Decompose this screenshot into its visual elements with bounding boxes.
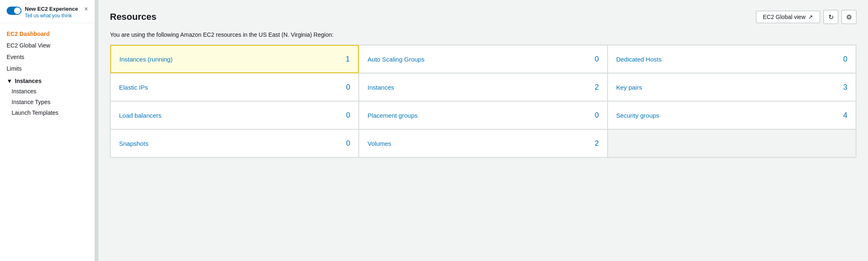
sidebar-item-events[interactable]: Events <box>0 51 95 63</box>
new-experience-toggle[interactable] <box>7 7 21 15</box>
refresh-button[interactable]: ↻ <box>823 10 838 24</box>
resource-cell-elastic-ips[interactable]: Elastic IPs0 <box>110 73 359 101</box>
resource-name-instances-running: Instances (running) <box>119 56 172 63</box>
refresh-icon: ↻ <box>828 13 834 21</box>
resources-grid: Instances (running)1Auto Scaling Groups0… <box>110 45 856 158</box>
resource-cell-empty-r3c2 <box>608 129 856 157</box>
resource-count-elastic-ips: 0 <box>346 83 350 92</box>
external-link-icon: ↗ <box>808 14 813 20</box>
new-experience-title: New EC2 Experience <box>25 6 81 12</box>
resource-name-security-groups: Security groups <box>616 112 659 119</box>
resource-cell-dedicated-hosts[interactable]: Dedicated Hosts0 <box>608 45 856 73</box>
new-experience-link[interactable]: Tell us what you think <box>25 13 72 19</box>
resource-count-instances: 2 <box>595 83 599 92</box>
resource-name-auto-scaling-groups: Auto Scaling Groups <box>367 56 424 63</box>
resource-cell-instances[interactable]: Instances2 <box>359 73 607 101</box>
resource-cell-auto-scaling-groups[interactable]: Auto Scaling Groups0 <box>359 45 607 73</box>
resource-cell-load-balancers[interactable]: Load balancers0 <box>110 101 359 129</box>
resource-cell-snapshots[interactable]: Snapshots0 <box>110 129 359 157</box>
resource-count-volumes: 2 <box>595 139 599 148</box>
resource-cell-instances-running[interactable]: Instances (running)1 <box>110 45 359 73</box>
sidebar-item-ec2-global-view[interactable]: EC2 Global View <box>0 40 95 51</box>
sidebar-section-instances-label: Instances <box>15 78 42 84</box>
resource-cell-volumes[interactable]: Volumes2 <box>359 129 607 157</box>
chevron-down-icon: ▼ <box>7 78 12 84</box>
settings-button[interactable]: ⚙ <box>842 10 856 24</box>
resource-count-placement-groups: 0 <box>595 111 599 120</box>
resources-subtitle: You are using the following Amazon EC2 r… <box>110 31 856 38</box>
resource-name-key-pairs: Key pairs <box>616 84 642 91</box>
sidebar-nav: EC2 Dashboard EC2 Global View Events Lim… <box>0 23 95 123</box>
resource-name-instances: Instances <box>367 84 394 91</box>
sidebar-item-limits[interactable]: Limits <box>0 63 95 74</box>
resource-name-volumes: Volumes <box>367 140 391 147</box>
resources-header: Resources EC2 Global view ↗ ↻ ⚙ <box>110 10 856 24</box>
settings-icon: ⚙ <box>846 13 852 21</box>
resource-count-instances-running: 1 <box>346 55 350 64</box>
resource-name-elastic-ips: Elastic IPs <box>119 84 148 91</box>
resource-name-dedicated-hosts: Dedicated Hosts <box>616 56 662 63</box>
new-experience-text: New EC2 Experience Tell us what you thin… <box>25 6 81 19</box>
resource-cell-key-pairs[interactable]: Key pairs3 <box>608 73 856 101</box>
new-experience-banner: New EC2 Experience Tell us what you thin… <box>0 0 95 23</box>
ec2-global-view-button[interactable]: EC2 Global view ↗ <box>756 11 820 23</box>
sidebar-resize-handle[interactable] <box>95 0 98 261</box>
resource-name-snapshots: Snapshots <box>119 140 148 147</box>
resource-count-auto-scaling-groups: 0 <box>595 55 599 64</box>
resource-name-placement-groups: Placement groups <box>367 112 417 119</box>
sidebar-item-launch-templates[interactable]: Launch Templates <box>0 107 95 118</box>
resource-cell-placement-groups[interactable]: Placement groups0 <box>359 101 607 129</box>
close-button[interactable]: × <box>84 6 88 12</box>
resource-count-load-balancers: 0 <box>346 111 350 120</box>
resource-count-key-pairs: 3 <box>843 83 847 92</box>
sidebar-item-instances[interactable]: Instances <box>0 86 95 97</box>
resource-count-security-groups: 4 <box>843 111 847 120</box>
ec2-global-view-label: EC2 Global view <box>763 14 806 20</box>
sidebar-section-instances[interactable]: ▼ Instances <box>0 74 95 86</box>
sidebar-item-instance-types[interactable]: Instance Types <box>0 97 95 107</box>
sidebar: New EC2 Experience Tell us what you thin… <box>0 0 95 261</box>
page-title: Resources <box>110 12 157 22</box>
resource-name-load-balancers: Load balancers <box>119 112 162 119</box>
sidebar-item-ec2-dashboard[interactable]: EC2 Dashboard <box>0 28 95 40</box>
resource-count-dedicated-hosts: 0 <box>843 55 847 64</box>
resource-count-snapshots: 0 <box>346 139 350 148</box>
header-actions: EC2 Global view ↗ ↻ ⚙ <box>756 10 857 24</box>
main-content: Resources EC2 Global view ↗ ↻ ⚙ You are … <box>98 0 868 261</box>
resource-cell-security-groups[interactable]: Security groups4 <box>608 101 856 129</box>
